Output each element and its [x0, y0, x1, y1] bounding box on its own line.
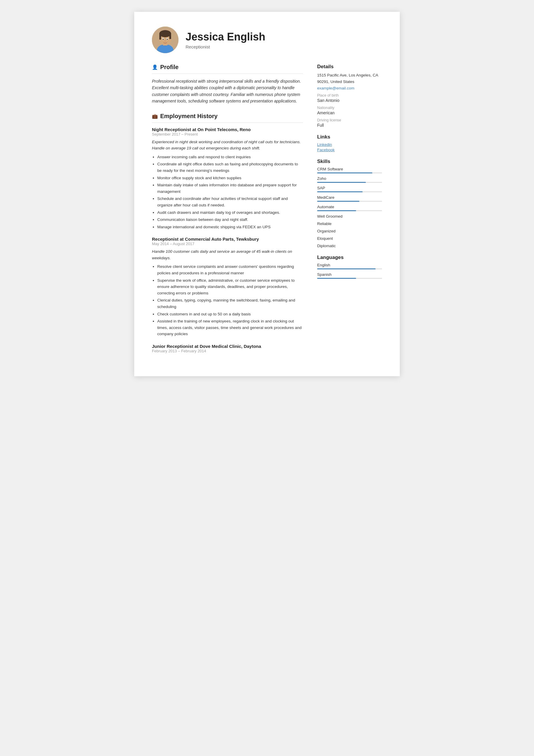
- job-dates: February 2013 – February 2014: [152, 349, 303, 353]
- employment-title: 💼 Employment History: [152, 113, 303, 120]
- job-bullet: Supervise the work of office, administra…: [157, 277, 303, 296]
- place-of-birth-value: San Antonio: [317, 98, 382, 103]
- job-title: Receptionist at Commercial Auto Parts, T…: [152, 236, 303, 242]
- skill-item: CRM Software: [317, 167, 382, 173]
- skill-item: Zoho: [317, 176, 382, 183]
- languages-container: English Spanish: [317, 263, 382, 279]
- language-bar-bg: [317, 268, 382, 269]
- profile-title: 👤 Profile: [152, 64, 303, 70]
- svg-point-10: [167, 39, 168, 40]
- skill-name: Diplomatic: [317, 244, 382, 248]
- job-bullets: Resolve client service complaints and an…: [152, 263, 303, 337]
- skill-item: Reliable: [317, 222, 382, 226]
- skill-bar-bg: [317, 191, 382, 192]
- job-item: Junior Receptionist at Dove Medical Clin…: [152, 344, 303, 353]
- employment-divider: [152, 122, 303, 123]
- job-bullet: Clerical duties, typing, copying, mannin…: [157, 297, 303, 310]
- skill-bar-fill: [317, 210, 356, 211]
- skill-name: SAP: [317, 186, 382, 190]
- details-section: Details 1515 Pacific Ave, Los Angeles, C…: [317, 64, 382, 127]
- skill-name: CRM Software: [317, 167, 382, 171]
- skill-bar-bg: [317, 173, 382, 173]
- driving-license-label: Driving license: [317, 118, 382, 122]
- language-item: Spanish: [317, 272, 382, 279]
- jobs-container: Night Receptionist at On Point Telecoms,…: [152, 127, 303, 353]
- job-summary: Experienced in night desk working and co…: [152, 139, 303, 151]
- detail-address: 1515 Pacific Ave, Los Angeles, CA 90291,…: [317, 72, 382, 85]
- skill-name: Automate: [317, 205, 382, 209]
- job-dates: May 2014 – August 2017: [152, 242, 303, 246]
- skill-item: Organized: [317, 229, 382, 233]
- skill-bar-fill: [317, 191, 363, 192]
- employment-icon: 💼: [152, 113, 158, 119]
- language-bar-fill: [317, 268, 375, 269]
- skills-section: Skills CRM Software Zoho SAP MediCare: [317, 159, 382, 248]
- language-bar-bg: [317, 278, 382, 279]
- job-bullet: Audit cash drawers and maintain daily lo…: [157, 209, 303, 216]
- skill-bar-fill: [317, 201, 359, 202]
- candidate-title: Receptionist: [186, 44, 382, 49]
- job-bullet: Answer incoming calls and respond to cli…: [157, 154, 303, 160]
- job-bullet: Check customers in and out up to 50 on a…: [157, 311, 303, 317]
- job-title: Night Receptionist at On Point Telecoms,…: [152, 127, 303, 132]
- skill-item: Eloquent: [317, 236, 382, 241]
- right-column: Details 1515 Pacific Ave, Los Angeles, C…: [317, 64, 382, 362]
- job-bullets: Answer incoming calls and respond to cli…: [152, 154, 303, 230]
- profile-icon: 👤: [152, 65, 158, 70]
- language-name: Spanish: [317, 272, 382, 277]
- job-bullet: Communication liaison between day and ni…: [157, 216, 303, 223]
- skill-name: Organized: [317, 229, 382, 233]
- body: 👤 Profile Professional receptionist with…: [152, 64, 382, 362]
- languages-section: Languages English Spanish: [317, 255, 382, 279]
- job-dates: September 2017 – Present: [152, 132, 303, 136]
- skill-item: Diplomatic: [317, 244, 382, 248]
- skill-bar-bg: [317, 210, 382, 211]
- skills-title: Skills: [317, 159, 382, 165]
- employment-section: 💼 Employment History Night Receptionist …: [152, 113, 303, 353]
- profile-section: 👤 Profile Professional receptionist with…: [152, 64, 303, 104]
- links-section: Links LinkedinFacebook: [317, 134, 382, 152]
- details-title: Details: [317, 64, 382, 70]
- skill-item: Automate: [317, 205, 382, 211]
- skill-bar-fill: [317, 182, 366, 183]
- job-item: Receptionist at Commercial Auto Parts, T…: [152, 236, 303, 337]
- place-of-birth-label: Place of birth: [317, 93, 382, 97]
- resume-container: Jessica English Receptionist 👤 Profile P…: [134, 12, 400, 376]
- svg-rect-6: [169, 34, 171, 39]
- link-item[interactable]: Linkedin: [317, 142, 382, 147]
- skill-name: Eloquent: [317, 236, 382, 241]
- job-bullet: Schedule and coordinate after hour activ…: [157, 196, 303, 208]
- job-bullet: Manage international and domestic shippi…: [157, 224, 303, 230]
- job-bullet: Resolve client service complaints and an…: [157, 263, 303, 276]
- languages-title: Languages: [317, 255, 382, 260]
- job-bullet: Monitor office supply stock and kitchen …: [157, 175, 303, 181]
- job-title: Junior Receptionist at Dove Medical Clin…: [152, 344, 303, 349]
- profile-divider: [152, 73, 303, 74]
- links-title: Links: [317, 134, 382, 140]
- candidate-name: Jessica English: [186, 31, 382, 43]
- language-item: English: [317, 263, 382, 269]
- skill-bar-bg: [317, 201, 382, 202]
- job-bullet: Maintain daily intake of sales informati…: [157, 182, 303, 195]
- language-name: English: [317, 263, 382, 267]
- avatar: [152, 27, 178, 53]
- header-info: Jessica English Receptionist: [186, 31, 382, 49]
- skill-bar-fill: [317, 173, 372, 173]
- skill-item: MediCare: [317, 195, 382, 202]
- skill-name: MediCare: [317, 195, 382, 200]
- skill-name: Zoho: [317, 176, 382, 181]
- driving-license-value: Full: [317, 123, 382, 127]
- svg-point-11: [165, 41, 166, 41]
- links-container: LinkedinFacebook: [317, 142, 382, 152]
- left-column: 👤 Profile Professional receptionist with…: [152, 64, 303, 362]
- skill-item: SAP: [317, 186, 382, 192]
- link-item[interactable]: Facebook: [317, 148, 382, 152]
- detail-email: example@email.com: [317, 86, 382, 90]
- svg-rect-5: [159, 34, 161, 40]
- job-bullet: Coordinate all night office duties such …: [157, 161, 303, 174]
- nationality-value: American: [317, 110, 382, 115]
- skill-name: Reliable: [317, 222, 382, 226]
- nationality-label: Nationality: [317, 106, 382, 110]
- header: Jessica English Receptionist: [152, 27, 382, 53]
- job-item: Night Receptionist at On Point Telecoms,…: [152, 127, 303, 230]
